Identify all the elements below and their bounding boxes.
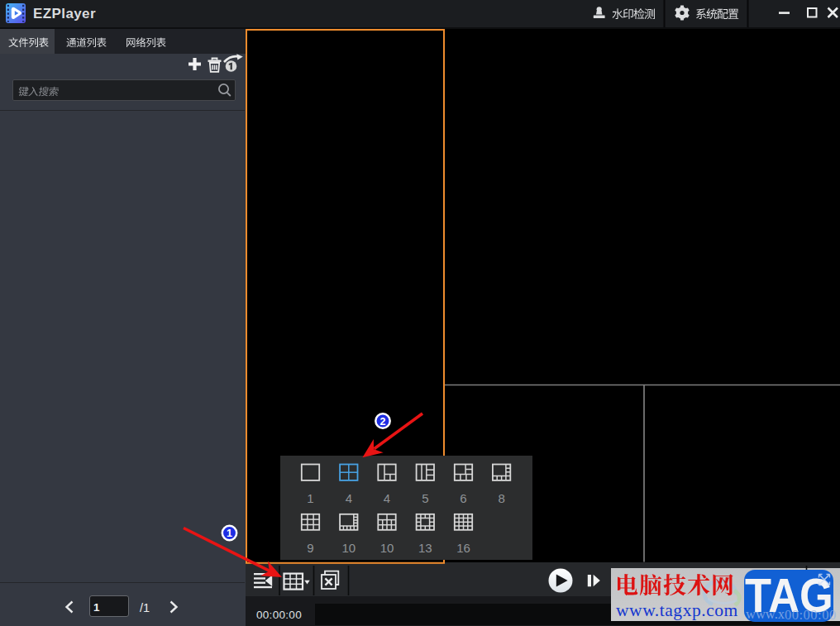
svg-text:EZPlayer: EZPlayer — [33, 6, 96, 22]
svg-text:1: 1 — [307, 491, 313, 505]
svg-text:00:00:00: 00:00:00 — [785, 607, 837, 623]
svg-text:13: 13 — [418, 541, 432, 555]
svg-text:1: 1 — [227, 528, 232, 539]
svg-text:1: 1 — [93, 601, 100, 614]
svg-text:5: 5 — [422, 491, 428, 505]
svg-text:16: 16 — [456, 541, 470, 555]
svg-text:/1: /1 — [140, 601, 150, 614]
svg-text:00:00:00: 00:00:00 — [256, 609, 302, 621]
svg-text:8: 8 — [498, 491, 504, 505]
svg-text:6: 6 — [460, 491, 466, 505]
svg-text:10: 10 — [380, 541, 394, 555]
svg-text:9: 9 — [307, 541, 313, 555]
svg-text:10: 10 — [341, 541, 356, 555]
svg-text:www.tagxp.com: www.tagxp.com — [616, 600, 738, 620]
svg-text:2: 2 — [380, 416, 386, 428]
svg-text:4: 4 — [346, 491, 352, 505]
svg-text:4: 4 — [384, 491, 390, 505]
svg-text:www.x: www.x — [746, 606, 785, 622]
